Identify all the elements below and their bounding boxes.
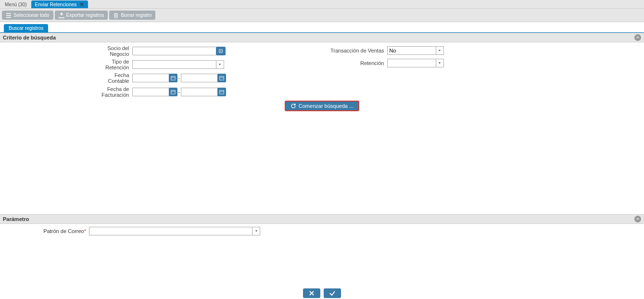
delete-label: Borrar registro <box>121 13 152 18</box>
fecha-contable-to[interactable] <box>181 74 218 82</box>
trans-ventas-label: Transacción de Ventas <box>325 48 387 53</box>
cancel-button[interactable] <box>303 288 320 298</box>
param-header-text: Parámetro <box>3 216 29 222</box>
fecha-facturacion-label: Fecha de Facturación <box>99 86 132 98</box>
trash-icon <box>113 13 119 18</box>
criteria-header: Criterio de búsqueda <box>0 33 644 42</box>
trans-ventas-select[interactable] <box>387 46 436 55</box>
svg-rect-2 <box>220 77 224 80</box>
results-area <box>0 113 644 214</box>
date-separator: - <box>178 75 180 81</box>
dropdown-icon[interactable] <box>436 46 444 55</box>
fecha-facturacion-from[interactable] <box>132 88 169 96</box>
tipo-retencion-select[interactable] <box>132 60 216 69</box>
delete-button[interactable]: Borrar registro <box>109 11 155 20</box>
tabs-bar: Menú (30) Enviar Retenciones <box>0 0 644 9</box>
calendar-icon[interactable] <box>217 88 226 96</box>
patron-correo-select[interactable] <box>89 227 253 235</box>
action-row <box>0 286 644 299</box>
retencion-select[interactable] <box>387 59 436 67</box>
refresh-icon <box>290 103 296 109</box>
socio-input[interactable] <box>132 47 216 55</box>
dropdown-icon[interactable] <box>216 60 224 69</box>
criteria-body: Socio del Negocio Tipo de Retención <box>0 42 644 113</box>
export-icon <box>59 13 64 18</box>
select-all-label: Seleccionar todo <box>13 13 50 18</box>
ok-button[interactable] <box>324 288 341 298</box>
comenzar-busqueda-button[interactable]: Comenzar búsqueda ... <box>285 101 359 111</box>
list-icon <box>6 13 12 18</box>
param-header: Parámetro <box>0 214 644 224</box>
tipo-label: Tipo de Retención <box>99 59 132 70</box>
toolbar: Seleccionar todo Exportar registros Borr… <box>0 9 644 22</box>
tab-active-label: Enviar Retenciones <box>35 2 77 7</box>
collapse-button[interactable] <box>634 34 641 41</box>
subtab-buscar[interactable]: Buscar registros <box>4 24 48 32</box>
close-icon[interactable] <box>79 2 84 7</box>
svg-rect-4 <box>220 90 224 94</box>
tab-menu-label: Menú (30) <box>5 2 27 7</box>
retencion-label: Retención <box>325 60 387 66</box>
param-body: Patrón de Correo* <box>0 224 644 238</box>
fecha-contable-from[interactable] <box>132 74 169 82</box>
patron-correo-label: Patrón de Correo* <box>0 228 89 234</box>
tab-menu[interactable]: Menú (30) <box>1 0 31 8</box>
export-label: Exportar registros <box>66 13 104 18</box>
socio-label: Socio del Negocio <box>99 45 132 57</box>
sub-tabs: Buscar registros <box>0 22 644 33</box>
calendar-icon[interactable] <box>169 88 177 96</box>
dropdown-icon[interactable] <box>253 227 260 235</box>
search-btn-label: Comenzar búsqueda ... <box>299 103 354 109</box>
collapse-button[interactable] <box>634 216 641 222</box>
select-all-button[interactable]: Seleccionar todo <box>2 11 53 20</box>
tab-enviar-retenciones[interactable]: Enviar Retenciones <box>31 0 88 8</box>
svg-rect-1 <box>171 77 175 80</box>
spacer <box>0 238 644 286</box>
svg-rect-3 <box>171 90 175 94</box>
fecha-facturacion-to[interactable] <box>181 88 218 96</box>
calendar-icon[interactable] <box>169 74 177 82</box>
criteria-header-text: Criterio de búsqueda <box>3 35 56 40</box>
export-button[interactable]: Exportar registros <box>55 11 108 20</box>
dropdown-icon[interactable] <box>436 59 444 67</box>
date-separator: - <box>178 89 180 95</box>
calendar-icon[interactable] <box>217 74 226 82</box>
fecha-contable-label: Fecha Contable <box>99 72 132 84</box>
lookup-icon[interactable] <box>216 47 226 55</box>
subtab-label: Buscar registros <box>9 26 43 31</box>
